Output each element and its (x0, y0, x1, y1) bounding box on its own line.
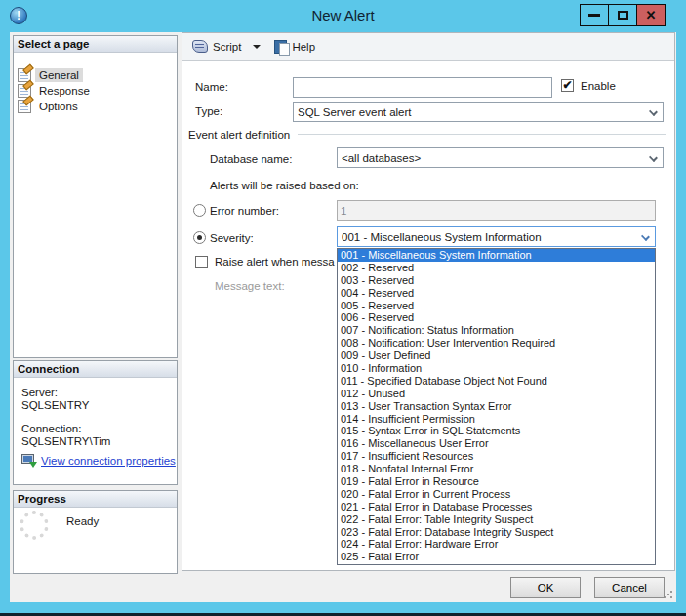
server-value: SQLSENTRY (21, 399, 89, 411)
script-dropdown-icon[interactable] (253, 45, 261, 49)
severity-dropdown-list: 001 - Miscellaneous System Information00… (337, 248, 656, 565)
help-button[interactable]: Help (270, 38, 319, 56)
page-icon (18, 100, 31, 113)
severity-option[interactable]: 007 - Notification: Status Information (338, 324, 655, 337)
name-label: Name: (195, 81, 228, 93)
toolbar: Script Help (182, 33, 674, 61)
severity-radio[interactable] (193, 231, 206, 244)
progress-spinner-icon (20, 511, 49, 540)
chevron-down-icon (649, 107, 658, 116)
dialog-body: Select a page General Response Options C… (10, 32, 676, 602)
severity-option[interactable]: 009 - User Defined (338, 349, 655, 362)
severity-option[interactable]: 013 - User Transaction Syntax Error (338, 400, 655, 413)
server-label: Server: (21, 387, 58, 398)
severity-option[interactable]: 024 - Fatal Error: Hardware Error (338, 538, 655, 551)
close-icon: ✕ (646, 8, 657, 22)
name-input[interactable] (293, 77, 552, 98)
sidebar-item-label: Options (35, 100, 82, 113)
type-combobox[interactable]: SQL Server event alert (293, 102, 664, 122)
database-combobox[interactable]: <all databases> (337, 147, 664, 168)
help-icon (274, 40, 287, 54)
check-icon: ✔ (562, 78, 572, 92)
based-on-label: Alerts will be raised based on: (210, 180, 359, 191)
severity-option[interactable]: 016 - Miscellaneous User Error (338, 437, 655, 450)
event-alert-definition-group: Event alert definition (188, 129, 666, 141)
severity-option[interactable]: 008 - Notification: User Intervention Re… (338, 337, 655, 349)
link-label: View connection properties (41, 455, 176, 467)
connection-header: Connection (14, 361, 177, 378)
severity-option[interactable]: 002 - Reserved (338, 262, 655, 274)
enable-checkbox[interactable]: ✔ (561, 79, 574, 92)
chevron-down-icon (641, 232, 650, 241)
view-connection-properties-link[interactable]: View connection properties (21, 454, 176, 467)
sidebar-item-label: Response (35, 84, 94, 98)
dialog-window: ! New Alert ✕ Select a page General Resp… (0, 0, 686, 613)
enable-label: Enable (581, 80, 616, 92)
group-divider (298, 134, 666, 136)
script-label: Script (213, 41, 241, 53)
close-button[interactable]: ✕ (636, 4, 666, 26)
database-name-label: Database name: (210, 153, 292, 165)
connection-panel: Connection Server: SQLSENTRY Connection:… (13, 360, 178, 485)
severity-option[interactable]: 011 - Specified Database Object Not Foun… (338, 375, 655, 388)
sidebar-item-label: General (35, 68, 83, 82)
ok-button[interactable]: OK (510, 577, 581, 598)
severity-option[interactable]: 014 - Insufficient Permission (338, 413, 655, 426)
severity-label: Severity: (210, 232, 254, 244)
type-value: SQL Server event alert (298, 106, 412, 118)
message-text-label: Message text: (215, 280, 285, 292)
severity-option[interactable]: 022 - Fatal Error: Table Integrity Suspe… (338, 513, 655, 526)
severity-option[interactable]: 003 - Reserved (338, 274, 655, 287)
group-label: Event alert definition (188, 129, 290, 141)
severity-option[interactable]: 005 - Reserved (338, 300, 655, 312)
maximize-icon (618, 11, 628, 20)
help-label: Help (292, 41, 315, 53)
severity-option[interactable]: 019 - Fatal Error in Resource (338, 475, 655, 488)
form-content: Name: ✔ Enable Type: SQL Server event al… (182, 61, 674, 570)
progress-panel: Progress Ready (13, 490, 178, 574)
severity-option[interactable]: 010 - Information (338, 362, 655, 375)
titlebar[interactable]: ! New Alert ✕ (0, 0, 686, 32)
minimize-icon (588, 14, 600, 17)
raise-alert-label: Raise alert when messa (215, 256, 335, 267)
database-value: <all databases> (342, 152, 421, 164)
severity-option[interactable]: 001 - Miscellaneous System Information (338, 249, 655, 262)
severity-option[interactable]: 018 - Nonfatal Internal Error (338, 463, 655, 475)
select-page-panel: Select a page General Response Options (13, 35, 178, 358)
severity-option[interactable]: 012 - Unused (338, 388, 655, 400)
select-page-header: Select a page (14, 36, 177, 53)
type-label: Type: (195, 105, 222, 117)
raise-alert-checkbox[interactable] (195, 256, 208, 268)
error-number-label: Error number: (210, 205, 279, 217)
severity-option[interactable]: 004 - Reserved (338, 287, 655, 300)
severity-option[interactable]: 006 - Reserved (338, 311, 655, 324)
severity-value: 001 - Miscellaneous System Information (342, 231, 542, 243)
severity-combobox[interactable]: 001 - Miscellaneous System Information (337, 226, 656, 247)
severity-option[interactable]: 020 - Fatal Error in Current Process (338, 488, 655, 501)
minimize-button[interactable] (580, 4, 609, 26)
connection-value: SQLSENTRY\Tim (21, 435, 110, 447)
severity-option[interactable]: 021 - Fatal Error in Database Processes (338, 501, 655, 513)
progress-status: Ready (66, 515, 99, 527)
resize-grip[interactable] (664, 590, 673, 599)
cancel-button[interactable]: Cancel (594, 577, 665, 598)
progress-header: Progress (14, 491, 177, 508)
severity-option[interactable]: 017 - Insufficient Resources (338, 450, 655, 463)
script-icon (192, 40, 208, 53)
severity-option[interactable]: 025 - Fatal Error (338, 551, 655, 563)
script-button[interactable]: Script (188, 38, 245, 55)
chevron-down-icon (649, 153, 658, 162)
severity-option[interactable]: 015 - Syntax Error in SQL Statements (338, 425, 655, 437)
error-number-radio[interactable] (193, 204, 206, 217)
connection-properties-icon (21, 454, 36, 467)
maximize-button[interactable] (608, 4, 637, 26)
connection-label: Connection: (21, 423, 81, 434)
main-panel: Script Help Name: ✔ Enable Type: SQL Ser… (182, 32, 675, 571)
severity-option[interactable]: 023 - Fatal Error: Database Integrity Su… (338, 526, 655, 539)
error-number-input[interactable] (337, 200, 656, 221)
sidebar-item-options[interactable]: Options (18, 99, 82, 114)
